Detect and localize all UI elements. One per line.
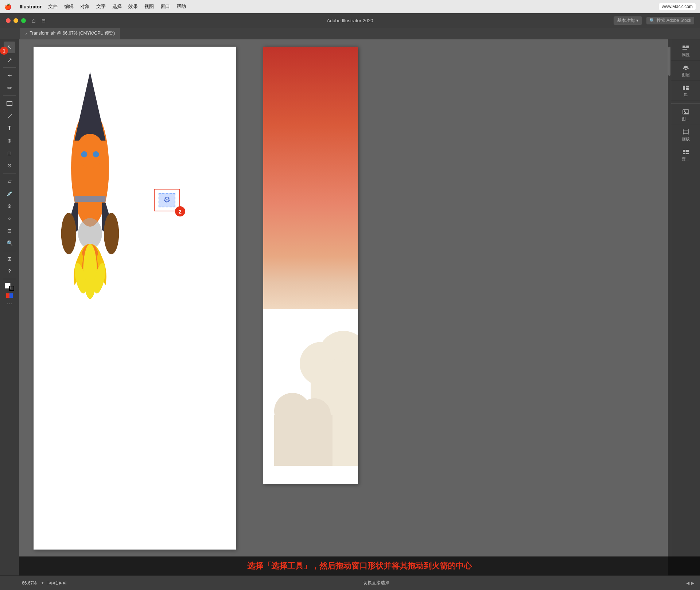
pen-icon: ✒	[7, 72, 12, 79]
line-icon: —	[5, 112, 14, 120]
menu-text[interactable]: 文字	[96, 3, 106, 10]
svg-rect-24	[682, 46, 685, 47]
svg-rect-26	[682, 47, 689, 48]
direct-select-tool[interactable]: ↗	[4, 54, 15, 66]
layers-panel-btn[interactable]: 图层	[671, 62, 700, 81]
menu-file[interactable]: 文件	[48, 3, 58, 10]
search-container[interactable]: 🔍 搜索 Adobe Stock	[646, 17, 694, 24]
vertical-scrollbar[interactable]	[668, 39, 671, 575]
transform-icon: ⊡	[7, 228, 12, 234]
page-number: 1	[56, 581, 58, 586]
crop-tool[interactable]: ▱	[4, 175, 15, 187]
website-label: www.MacZ.com	[659, 3, 696, 10]
instruction-bar: 选择「选择工具」，然后拖动窗口形状并将其拖动到火箭的中心	[19, 556, 700, 575]
first-page-icon[interactable]: |◀	[47, 581, 51, 585]
status-nav-right[interactable]: ▶	[691, 581, 694, 586]
shapebuilder-tool[interactable]: ⊕	[4, 135, 15, 146]
chevron-down-icon: ▾	[636, 18, 638, 23]
menu-window[interactable]: 窗口	[160, 3, 170, 10]
page-nav[interactable]: |◀ ◀ 1 ▶ ▶|	[47, 581, 66, 586]
rectangle-icon	[7, 101, 12, 106]
cloud-illustration	[263, 265, 358, 484]
status-nav-left[interactable]: ◀	[686, 581, 689, 586]
tab-bar: × Transform.ai* @ 66.67% (CMYK/GPU 预览)	[0, 28, 700, 39]
question-tool[interactable]: ?	[4, 265, 15, 277]
properties-panel-btn[interactable]: 属性	[671, 42, 700, 61]
next-page-icon[interactable]: ▶	[59, 581, 62, 585]
selection-box[interactable]: ⚙ 2	[154, 189, 180, 211]
workspace-layout-icon[interactable]: ⊟	[42, 18, 46, 23]
rectangle-tool[interactable]	[4, 98, 15, 109]
toolbar-divider-2	[3, 95, 16, 96]
layers-label: 图层	[682, 72, 690, 78]
svg-rect-42	[683, 153, 685, 154]
more-tools[interactable]: ···	[7, 300, 12, 308]
toolbar-divider-3	[3, 173, 16, 173]
prev-page-icon[interactable]: ◀	[52, 581, 55, 585]
image-panel-btn[interactable]: 图...	[671, 106, 700, 125]
menu-illustrator[interactable]: Illustrator	[20, 4, 42, 9]
status-nav-label: 切换直接选择	[70, 580, 682, 586]
title-bar: ⌂ ⊟ Adobe Illustrator 2020 基本功能 ▾ 🔍 搜索 A…	[0, 13, 700, 28]
zoom-dropdown-icon[interactable]: ▾	[42, 581, 44, 585]
svg-rect-40	[683, 150, 685, 152]
blend-tool[interactable]: ⊗	[4, 200, 15, 212]
workspace-button[interactable]: 基本功能 ▾	[614, 16, 642, 25]
zoom-value[interactable]: 66.67%	[22, 581, 40, 586]
close-button[interactable]	[6, 18, 11, 23]
eraser-icon: ◻	[7, 150, 12, 156]
sidebar-divider	[671, 103, 700, 103]
lasso-zoom-tool[interactable]: ⊙	[4, 160, 15, 171]
eyedropper-tool[interactable]: 💉	[4, 188, 15, 199]
properties-label: 属性	[682, 52, 690, 58]
eraser-tool[interactable]: ◻	[4, 147, 15, 159]
menu-bar: 🍎 Illustrator 文件 编辑 对象 文字 选择 效果 视图 窗口 帮助…	[0, 0, 700, 13]
zoom-tool[interactable]: 🔍	[4, 237, 15, 249]
text-tool[interactable]: T	[4, 122, 15, 134]
svg-point-3	[81, 151, 87, 157]
menu-select[interactable]: 选择	[112, 3, 122, 10]
home-icon[interactable]: ⌂	[32, 17, 36, 24]
select-tool[interactable]: ↖ 1	[4, 42, 15, 53]
fill-stroke	[5, 283, 14, 291]
zoom-control[interactable]: 66.67% ▾	[22, 581, 44, 586]
color-indicator	[6, 293, 13, 298]
artboard-panel-btn[interactable]: 画板	[671, 126, 700, 145]
eyedropper-icon: 💉	[7, 191, 13, 196]
menu-effect[interactable]: 效果	[128, 3, 138, 10]
step2-badge: 2	[175, 206, 185, 216]
lasso-tool[interactable]: ○	[4, 212, 15, 224]
stroke-color[interactable]	[9, 286, 14, 291]
menu-view[interactable]: 视图	[144, 3, 154, 10]
menu-help[interactable]: 帮助	[176, 3, 186, 10]
artboard-panel-icon	[682, 129, 690, 135]
maximize-button[interactable]	[21, 18, 26, 23]
properties-icon	[682, 44, 690, 51]
color-boxes[interactable]	[3, 282, 16, 292]
line-tool[interactable]: —	[4, 110, 15, 122]
minimize-button[interactable]	[13, 18, 18, 23]
pen-tool[interactable]: ✒	[4, 70, 15, 81]
svg-point-2	[76, 134, 104, 168]
svg-marker-34	[684, 112, 689, 114]
traffic-lights: ⌂ ⊟	[6, 17, 46, 24]
pencil-icon: ✏	[7, 85, 12, 91]
transform-tool[interactable]: ⊡	[4, 225, 15, 237]
svg-rect-41	[686, 150, 689, 152]
menu-object[interactable]: 对象	[80, 3, 90, 10]
pencil-tool[interactable]: ✏	[4, 82, 15, 94]
tab-close-icon[interactable]: ×	[25, 31, 27, 36]
assets-panel-btn[interactable]: 资...	[671, 146, 700, 165]
last-page-icon[interactable]: ▶|	[63, 581, 67, 585]
library-panel-btn[interactable]: 库	[671, 82, 700, 101]
document-tab[interactable]: × Transform.ai* @ 66.67% (CMYK/GPU 预览)	[20, 28, 120, 39]
app-title: Adobe Illustrator 2020	[327, 18, 373, 23]
crop-icon: ▱	[8, 178, 12, 184]
menu-edit[interactable]: 编辑	[64, 3, 74, 10]
apple-menu[interactable]: 🍎	[4, 3, 12, 10]
scrollbar-thumb[interactable]	[668, 47, 670, 76]
document-page: ⚙ 2	[34, 47, 236, 550]
artboard-tool[interactable]: ⊞	[4, 253, 15, 265]
canvas-area[interactable]: ⚙ 2	[19, 39, 671, 575]
assets-icon	[682, 149, 690, 155]
